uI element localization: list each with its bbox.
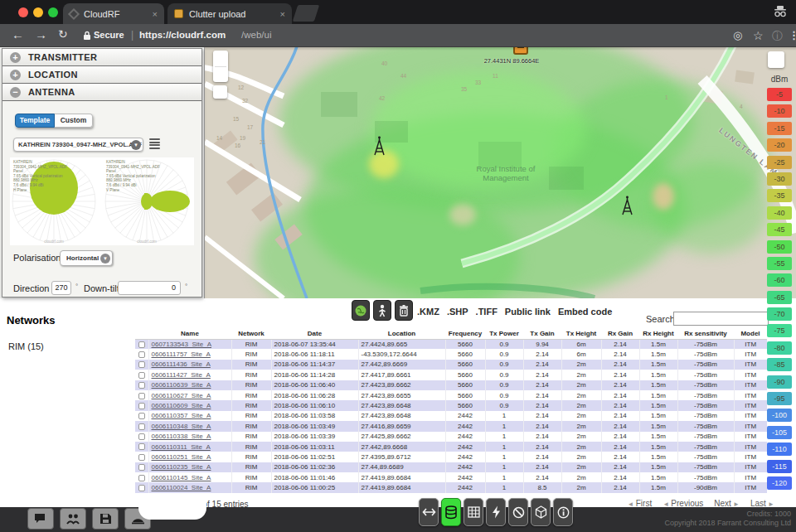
export-link[interactable]: .TIFF: [476, 307, 498, 317]
export-link[interactable]: Embed code: [558, 307, 612, 317]
tab-clutter-upload[interactable]: Clutter upload ×: [167, 3, 292, 24]
database-button[interactable]: [441, 498, 461, 526]
column-header[interactable]: Tx Height: [561, 329, 601, 339]
table-row[interactable]: 0606110311_Site_ARIM2018-06-06 11:03:112…: [135, 442, 767, 452]
table-row[interactable]: 0606110024_Site_ARIM2018-06-06 11:00:252…: [135, 482, 767, 492]
tab-cloudrf[interactable]: CloudRF ×: [63, 3, 164, 24]
section-location[interactable]: + LOCATION: [2, 66, 201, 84]
forward-button[interactable]: →: [35, 27, 47, 41]
back-button[interactable]: ←: [12, 27, 24, 41]
export-link[interactable]: .SHP: [447, 307, 468, 317]
column-header[interactable]: Rx sensitivity: [677, 329, 734, 339]
site-link[interactable]: 0606111757_Site_A: [152, 351, 211, 358]
transmitter-tower-icon[interactable]: [621, 196, 633, 215]
row-checkbox[interactable]: [138, 433, 145, 440]
site-link[interactable]: 0606110348_Site_A: [152, 423, 211, 430]
transmitter-tower-icon[interactable]: [373, 136, 386, 156]
window-close-button[interactable]: [18, 7, 28, 17]
window-maximize-button[interactable]: [48, 7, 58, 17]
downtilt-input[interactable]: 0: [118, 281, 181, 295]
table-row[interactable]: 0606111757_Site_ARIM2018-06-06 11:18:11-…: [135, 349, 767, 359]
column-header[interactable]: Rx Gain: [601, 329, 639, 339]
direction-input[interactable]: 270: [51, 281, 71, 295]
site-link[interactable]: 0606110639_Site_A: [152, 381, 211, 389]
person-view-button[interactable]: [373, 300, 391, 321]
row-checkbox[interactable]: [138, 372, 145, 379]
site-link[interactable]: 0606110251_Site_A: [152, 453, 211, 461]
network-group-label[interactable]: RIM (15): [8, 341, 44, 351]
column-header[interactable]: Frequency: [445, 329, 485, 339]
polarisation-select[interactable]: Horizontal ▼: [60, 250, 113, 266]
row-checkbox[interactable]: [138, 341, 145, 348]
chevron-down-icon[interactable]: ▼: [131, 140, 141, 150]
section-antenna[interactable]: − ANTENNA: [2, 84, 201, 101]
kml-export-button[interactable]: [352, 300, 370, 321]
site-link[interactable]: 0606111427_Site_A: [152, 371, 211, 379]
tab-close-icon[interactable]: ×: [153, 9, 158, 19]
tab-close-icon[interactable]: ×: [280, 9, 285, 19]
row-checkbox[interactable]: [138, 393, 145, 399]
site-link[interactable]: 0606110145_Site_A: [152, 474, 211, 481]
save-button[interactable]: [92, 508, 119, 530]
table-row[interactable]: 0606110348_Site_ARIM2018-06-06 11:03:492…: [135, 421, 767, 431]
row-checkbox[interactable]: [138, 464, 145, 471]
antenna-template-select[interactable]: KATHREIN 739304_0947-MHZ_VPOL.ADF ▼: [13, 138, 143, 152]
feedback-button[interactable]: [27, 508, 54, 530]
site-link[interactable]: 0606110235_Site_A: [152, 463, 211, 471]
panel-drag-handle[interactable]: [138, 495, 206, 520]
map-locate-control[interactable]: [213, 85, 227, 99]
site-link[interactable]: 0606110609_Site_A: [152, 402, 211, 409]
table-row[interactable]: 0606110338_Site_ARIM2018-06-06 11:03:392…: [135, 432, 767, 442]
export-link[interactable]: Public link: [505, 307, 551, 317]
row-checkbox[interactable]: [138, 382, 145, 389]
row-checkbox[interactable]: [138, 351, 145, 358]
tab-custom[interactable]: Custom: [55, 114, 93, 128]
export-link[interactable]: .KMZ: [417, 307, 439, 317]
column-header[interactable]: Network: [231, 329, 271, 339]
expand-icon[interactable]: +: [10, 70, 21, 80]
reload-button[interactable]: ↻: [58, 27, 68, 41]
site-link[interactable]: 0606110338_Site_A: [152, 433, 211, 440]
table-row[interactable]: 0606110251_Site_ARIM2018-06-06 11:02:512…: [135, 452, 767, 462]
table-row[interactable]: 0606111427_Site_ARIM2018-06-06 11:14:282…: [135, 370, 767, 380]
grid-button[interactable]: [464, 498, 483, 526]
site-link[interactable]: 0606110311_Site_A: [152, 443, 211, 451]
url-host[interactable]: https://cloudrf.com: [139, 30, 226, 40]
row-checkbox[interactable]: [138, 485, 145, 491]
power-analysis-button[interactable]: [486, 498, 506, 526]
table-row[interactable]: 0606110627_Site_ARIM2018-06-06 11:06:282…: [135, 390, 767, 400]
tab-template[interactable]: Template: [15, 114, 55, 128]
url-path[interactable]: /web/ui: [241, 30, 271, 40]
bookmark-star-icon[interactable]: ☆: [753, 29, 764, 42]
measure-distance-button[interactable]: [419, 498, 439, 526]
site-link[interactable]: 0606110024_Site_A: [152, 484, 211, 491]
table-row[interactable]: 0606110235_Site_ARIM2018-06-06 11:02:362…: [135, 462, 767, 472]
search-input[interactable]: [673, 312, 769, 326]
column-header[interactable]: Rx Height: [639, 329, 677, 339]
collapse-icon[interactable]: −: [10, 87, 21, 98]
map-zoom-control[interactable]: [213, 51, 228, 82]
table-row[interactable]: 0606110639_Site_ARIM2018-06-06 11:06:402…: [135, 380, 767, 390]
delete-layer-button[interactable]: [395, 300, 413, 321]
map-layers-control[interactable]: [768, 51, 784, 68]
interference-block-button[interactable]: [508, 498, 528, 526]
row-checkbox[interactable]: [138, 475, 145, 481]
site-link[interactable]: 0607133543_Site_A: [152, 341, 212, 348]
table-row[interactable]: 0607133543_Site_ARIM2018-06-07 13:35:442…: [135, 339, 767, 349]
location-target-icon[interactable]: ◎: [733, 29, 742, 41]
column-header[interactable]: Model: [734, 329, 767, 339]
table-row[interactable]: 0606110145_Site_ARIM2018-06-06 11:01:462…: [135, 472, 767, 482]
extension-info-icon[interactable]: ⓘ: [772, 29, 783, 44]
row-checkbox[interactable]: [138, 361, 145, 368]
column-header[interactable]: Date: [271, 329, 358, 339]
column-header[interactable]: Name: [148, 329, 231, 339]
browser-menu-icon[interactable]: ⋮: [789, 29, 796, 41]
site-link[interactable]: 0606111436_Site_A: [152, 360, 211, 368]
site-link[interactable]: 0606110627_Site_A: [152, 392, 211, 399]
site-link[interactable]: 0606110357_Site_A: [152, 412, 211, 419]
table-row[interactable]: 0606110609_Site_ARIM2018-06-06 11:06:102…: [135, 400, 767, 410]
column-header[interactable]: Tx Power: [485, 329, 523, 339]
column-header[interactable]: Tx Gain: [523, 329, 561, 339]
expand-icon[interactable]: +: [10, 52, 21, 63]
chevron-down-icon[interactable]: ▼: [100, 254, 110, 264]
